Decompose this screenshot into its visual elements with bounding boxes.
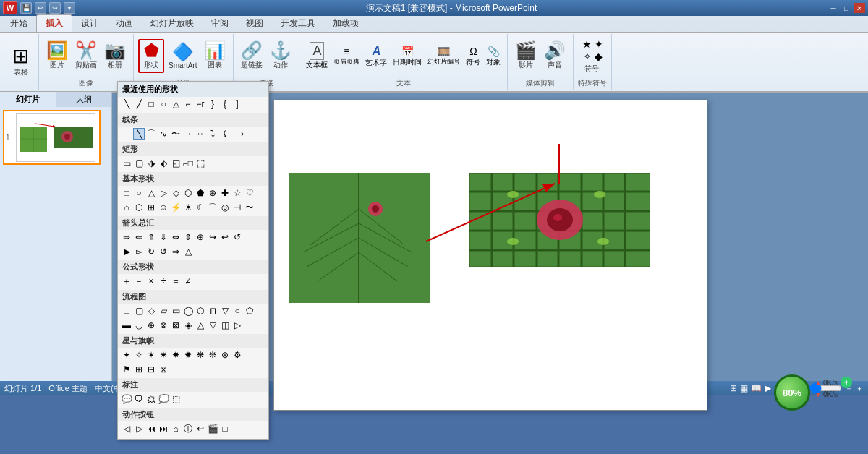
tab-review[interactable]: 审阅: [203, 15, 237, 32]
flow-card[interactable]: ▬: [121, 320, 132, 331]
action-info[interactable]: ⓘ: [182, 423, 194, 434]
rect-snip[interactable]: ⬗: [145, 158, 157, 169]
view-slide-btn[interactable]: ▦: [740, 383, 748, 393]
arrow-circular2[interactable]: ↺: [158, 246, 169, 257]
flow-manual-input[interactable]: ⊓: [207, 305, 218, 317]
basic-rect[interactable]: □: [121, 187, 132, 199]
line-curve[interactable]: ⌒: [145, 128, 157, 140]
arrow-ud[interactable]: ⇕: [182, 231, 194, 243]
star6[interactable]: ✶: [145, 349, 157, 361]
eq-equals[interactable]: ＝: [170, 275, 182, 287]
star5[interactable]: ✧: [133, 349, 145, 361]
arrow-callout[interactable]: ⇒: [170, 246, 182, 257]
slide-canvas[interactable]: [273, 100, 707, 411]
arrow-callout2[interactable]: △: [182, 246, 194, 257]
shape-icon-brace2[interactable]: {: [219, 98, 231, 110]
flow-decision[interactable]: ◇: [145, 305, 157, 317]
rect-snip3[interactable]: ◱: [170, 158, 182, 169]
shape-icon-rect[interactable]: □: [145, 98, 157, 110]
hyperlink-button[interactable]: 🔗 超链接: [238, 40, 265, 72]
tab-insert[interactable]: 插入: [36, 14, 72, 32]
basic-cross[interactable]: ⊕: [207, 187, 218, 199]
star24[interactable]: ❊: [207, 349, 218, 361]
action-home[interactable]: ⌂: [170, 423, 182, 434]
net-add-button[interactable]: +: [841, 377, 852, 388]
arrow-notch[interactable]: ▻: [133, 246, 145, 257]
flow-sumjunction[interactable]: ⊕: [145, 320, 157, 331]
rect-fold[interactable]: ⌐□: [182, 158, 194, 169]
eq-plus[interactable]: ＋: [121, 275, 132, 287]
special-symbol-button[interactable]: ★ ✦ ✧ ◆ 符号·: [579, 37, 606, 75]
basic-house[interactable]: ⌂: [121, 202, 132, 213]
action-beginning[interactable]: ⏮: [145, 423, 157, 434]
star32[interactable]: ⊛: [219, 349, 231, 361]
action-back[interactable]: ◁: [121, 423, 132, 434]
line-scribble[interactable]: 〜: [170, 128, 182, 140]
tab-design[interactable]: 设计: [72, 15, 107, 32]
flow-collatebox[interactable]: ⊠: [170, 320, 182, 331]
view-reading-btn[interactable]: 📖: [751, 383, 762, 393]
arrow-quad[interactable]: ⊕: [195, 231, 206, 243]
quick-undo[interactable]: ↩: [35, 2, 46, 14]
basic-notch[interactable]: ⊣: [231, 202, 243, 213]
view-slideshow-btn[interactable]: ▶: [765, 383, 771, 393]
scroll-v[interactable]: ⊟: [145, 364, 157, 375]
callout-rect[interactable]: 💬: [121, 393, 132, 405]
line-elbow[interactable]: ⤵: [207, 128, 218, 140]
basic-donut[interactable]: ◎: [219, 202, 231, 213]
basic-diamond[interactable]: ◇: [170, 187, 182, 199]
arrow-right[interactable]: ⇒: [121, 231, 132, 243]
flow-merge[interactable]: ▽: [207, 320, 218, 331]
view-normal-btn[interactable]: ⊞: [730, 383, 737, 393]
basic-can[interactable]: ⊞: [145, 202, 157, 213]
eq-minus[interactable]: －: [133, 275, 145, 287]
tab-view[interactable]: 视图: [237, 15, 272, 32]
flow-offpage[interactable]: ⬠: [244, 305, 255, 317]
eq-times[interactable]: ×: [145, 275, 157, 287]
arrow-circular[interactable]: ↻: [145, 246, 157, 257]
basic-heart[interactable]: ♡: [244, 187, 255, 199]
callout-cloud[interactable]: 💭: [158, 393, 169, 405]
basic-circle[interactable]: ○: [133, 187, 145, 199]
line-curved-arrow[interactable]: ⟶: [231, 128, 243, 140]
quick-save[interactable]: 💾: [20, 2, 32, 14]
scroll-h[interactable]: ⊞: [133, 364, 145, 375]
tab-slideshow[interactable]: 幻灯片放映: [142, 15, 203, 32]
star7[interactable]: ✷: [158, 349, 169, 361]
flow-stordata[interactable]: ◫: [219, 320, 231, 331]
shape-icon-bracket[interactable]: ⌐r: [195, 98, 206, 110]
quick-redo[interactable]: ↪: [49, 2, 61, 14]
rect-plain[interactable]: ▭: [121, 158, 132, 169]
smartart-button[interactable]: 🔷 SmartArt: [166, 42, 200, 71]
rect-round[interactable]: ▢: [133, 158, 145, 169]
tab-developer[interactable]: 开发工具: [272, 15, 324, 32]
sidebar-tab-slides[interactable]: 幻灯片: [0, 92, 56, 107]
flow-tape[interactable]: ◡: [133, 320, 145, 331]
sidebar-tab-outline[interactable]: 大纲: [56, 92, 111, 107]
tab-addins[interactable]: 加载项: [324, 15, 367, 32]
action-custom[interactable]: □: [219, 423, 231, 434]
flow-terminator[interactable]: ◯: [182, 305, 194, 317]
office-button[interactable]: W: [3, 1, 17, 14]
wordart-button[interactable]: A 艺术字: [363, 43, 389, 69]
basic-rtri[interactable]: ▷: [158, 187, 169, 199]
line-freeform[interactable]: ∿: [158, 128, 169, 140]
album-button[interactable]: 📷 相册: [101, 40, 129, 72]
close-button[interactable]: ✕: [854, 3, 865, 13]
quick-custom[interactable]: ▼: [64, 2, 75, 14]
basic-cube[interactable]: ⬡: [133, 202, 145, 213]
line-elbow2[interactable]: ⤹: [219, 128, 231, 140]
star10[interactable]: ✹: [182, 349, 194, 361]
sound-button[interactable]: 🔊 声音: [541, 40, 569, 72]
star16[interactable]: ❋: [195, 349, 206, 361]
basic-moon[interactable]: ☾: [195, 202, 206, 213]
flow-predefined[interactable]: ▭: [170, 305, 182, 317]
object-button[interactable]: 📎 对象: [484, 44, 503, 69]
flow-extract[interactable]: △: [195, 320, 206, 331]
flow-sort[interactable]: ◈: [182, 320, 194, 331]
banner-h[interactable]: ⊠: [158, 364, 169, 375]
line-double-arrow[interactable]: ↔: [195, 128, 206, 140]
rect-frame[interactable]: ⬚: [195, 158, 206, 169]
arrow-uturn[interactable]: ↺: [231, 231, 243, 243]
shape-icon-right-angle[interactable]: ⌐: [182, 98, 194, 110]
